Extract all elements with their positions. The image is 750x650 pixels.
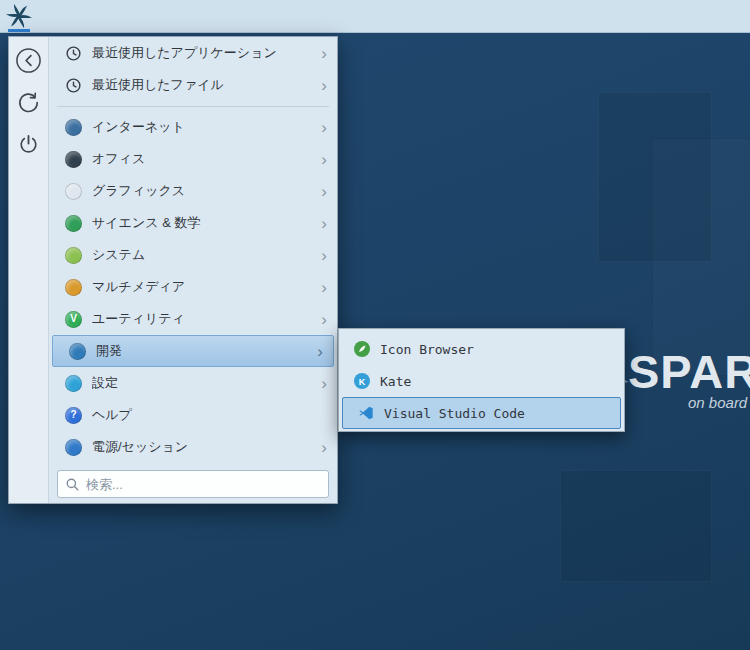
menu-separator xyxy=(57,106,329,107)
menu-item-label: 設定 xyxy=(92,374,321,392)
menu-item-system[interactable]: システム xyxy=(49,239,337,271)
science-icon xyxy=(65,215,82,232)
graphics-icon xyxy=(65,183,82,200)
vscode-icon xyxy=(357,405,374,422)
chevron-right-icon xyxy=(317,343,323,360)
chevron-right-icon xyxy=(321,279,327,296)
menu-item-internet[interactable]: インターネット xyxy=(49,111,337,143)
submenu-item-label: Kate xyxy=(380,374,624,389)
chevron-right-icon xyxy=(321,375,327,392)
brand-text: SPARKY xyxy=(628,348,750,395)
menu-item-help[interactable]: ? ヘルプ xyxy=(49,399,337,431)
sparky-logo-icon xyxy=(6,3,32,29)
submenu-item-icon-browser[interactable]: Icon Browser xyxy=(339,333,624,365)
desktop-pattern xyxy=(560,470,712,582)
help-icon: ? xyxy=(65,407,82,424)
restart-button[interactable] xyxy=(14,87,44,117)
submenu-item-label: Visual Studio Code xyxy=(384,406,620,421)
menu-item-label: ヘルプ xyxy=(92,406,337,424)
search-input[interactable] xyxy=(57,470,329,498)
menu-item-label: 開発 xyxy=(96,342,317,360)
menu-item-development[interactable]: 開発 xyxy=(52,335,334,367)
submenu-item-kate[interactable]: K Kate xyxy=(339,365,624,397)
menu-item-science-math[interactable]: サイエンス & 数学 xyxy=(49,207,337,239)
menu-item-list: 最近使用したアプリケーション 最近使用したファイル インターネット オフィス グ… xyxy=(49,37,337,503)
chevron-right-icon xyxy=(321,247,327,264)
office-icon xyxy=(65,151,82,168)
shutdown-button[interactable] xyxy=(14,129,44,159)
menu-item-label: 最近使用したアプリケーション xyxy=(92,44,321,62)
chevron-right-icon xyxy=(321,151,327,168)
search-box xyxy=(57,470,329,498)
menu-item-recent-applications[interactable]: 最近使用したアプリケーション xyxy=(49,37,337,69)
menu-item-graphics[interactable]: グラフィックス xyxy=(49,175,337,207)
menu-item-label: システム xyxy=(92,246,321,264)
restart-icon xyxy=(15,89,42,116)
development-icon xyxy=(69,343,86,360)
chevron-right-icon xyxy=(321,45,327,62)
power-icon xyxy=(15,131,42,158)
clock-icon xyxy=(65,45,82,62)
active-task-indicator xyxy=(8,29,30,32)
multimedia-icon xyxy=(65,279,82,296)
search-icon xyxy=(65,477,80,492)
menu-item-label: サイエンス & 数学 xyxy=(92,214,321,232)
chevron-right-icon xyxy=(321,183,327,200)
submenu-item-label: Icon Browser xyxy=(380,342,624,357)
app-menu-button[interactable] xyxy=(4,2,34,30)
menu-item-label: 電源/セッション xyxy=(92,438,321,456)
menu-item-label: 最近使用したファイル xyxy=(92,76,321,94)
menu-item-multimedia[interactable]: マルチメディア xyxy=(49,271,337,303)
menu-item-label: グラフィックス xyxy=(92,182,321,200)
menu-item-power-session[interactable]: 電源/セッション xyxy=(49,431,337,463)
chevron-right-icon xyxy=(321,119,327,136)
menu-sidebar xyxy=(9,37,49,503)
kate-icon: K xyxy=(353,373,370,390)
power-session-icon xyxy=(65,439,82,456)
icon-browser-icon xyxy=(353,341,370,358)
chevron-right-icon xyxy=(321,439,327,456)
system-icon xyxy=(65,247,82,264)
desktop-pattern xyxy=(598,92,712,262)
settings-icon xyxy=(65,375,82,392)
menu-item-label: インターネット xyxy=(92,118,321,136)
chevron-right-icon xyxy=(321,77,327,94)
top-panel xyxy=(0,0,750,33)
application-menu: 最近使用したアプリケーション 最近使用したファイル インターネット オフィス グ… xyxy=(8,36,338,504)
menu-item-office[interactable]: オフィス xyxy=(49,143,337,175)
brand-tagline: on board xyxy=(688,394,747,411)
menu-item-label: マルチメディア xyxy=(92,278,321,296)
chevron-right-icon xyxy=(321,215,327,232)
clock-icon xyxy=(65,77,82,94)
back-icon xyxy=(15,47,42,74)
utilities-icon: V xyxy=(65,311,82,328)
submenu-item-vscode[interactable]: Visual Studio Code xyxy=(342,397,621,429)
internet-icon xyxy=(65,119,82,136)
svg-text:K: K xyxy=(358,377,365,387)
menu-item-recent-files[interactable]: 最近使用したファイル xyxy=(49,69,337,101)
menu-item-label: ユーティリティ xyxy=(92,310,321,328)
menu-item-settings[interactable]: 設定 xyxy=(49,367,337,399)
back-button[interactable] xyxy=(14,45,44,75)
menu-item-utilities[interactable]: V ユーティリティ xyxy=(49,303,337,335)
chevron-right-icon xyxy=(321,311,327,328)
menu-item-label: オフィス xyxy=(92,150,321,168)
development-submenu: Icon Browser K Kate Visual Studio Code xyxy=(338,328,625,432)
